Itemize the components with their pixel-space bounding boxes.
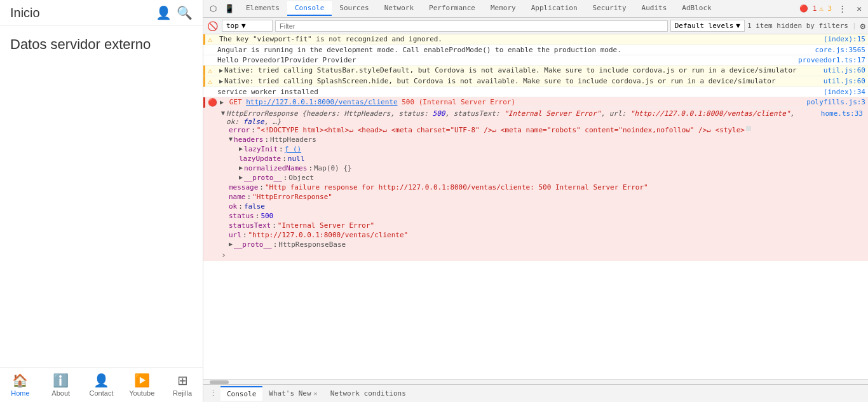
console-line: service worker installed (index):34: [203, 87, 868, 97]
console-output[interactable]: ⚠ The key "viewport-fit" is not recogniz…: [203, 34, 868, 379]
bottom-tab-network-conditions[interactable]: Network conditions: [324, 387, 412, 400]
obj-error-row: error: "<!DOCTYPE html><html>↵ <head>↵ <…: [219, 126, 865, 135]
contact-icon: 👤: [93, 373, 109, 388]
console-line: Hello Proveedor1Provider Provider provee…: [203, 55, 868, 66]
scroll-indicator-right: [746, 126, 751, 131]
devtools-panel: ⬡ 📱 Elements Console Sources Network Per…: [203, 0, 868, 402]
error-icon: 🔴: [208, 98, 217, 107]
obj-headers-row: ▼ headers: HttpHeaders: [219, 135, 865, 145]
about-icon: ℹ️: [53, 373, 69, 388]
console-line: ⚠ The key "viewport-fit" is not recogniz…: [203, 34, 868, 45]
more-options-button[interactable]: ⋮: [206, 387, 220, 400]
nav-about-label: About: [51, 389, 70, 397]
obj-lazyupdate-row: lazyUpdate: null: [219, 155, 865, 164]
console-filter-toolbar: 🚫 top ▼ Default levels ▼ 1 item hidden b…: [203, 18, 868, 34]
obj-status-row: status: 500: [219, 212, 865, 221]
close-devtools-icon[interactable]: ✕: [853, 3, 865, 15]
app-panel: Inicio 👤 🔍 Datos servidor externo 🏠 Home…: [0, 0, 203, 402]
tab-performance[interactable]: Performance: [421, 1, 483, 16]
close-whats-new-button[interactable]: ✕: [314, 390, 318, 397]
line-text: ▶Native: tried calling StatusBar.styleDe…: [219, 66, 802, 74]
line-source[interactable]: util.js:60: [802, 66, 865, 74]
bottom-tab-whats-new-label: What's New: [269, 389, 311, 398]
context-selector[interactable]: top ▼: [222, 20, 273, 32]
expand-toggle[interactable]: ▼: [221, 109, 225, 116]
obj-statustext-row: statusText: "Internal Server Error": [219, 221, 865, 231]
prompt-arrow[interactable]: ›: [221, 250, 226, 260]
tab-sources[interactable]: Sources: [332, 1, 376, 16]
warning-icon: ⚠: [208, 35, 217, 44]
obj-header-text: HttpErrorResponse {headers: HttpHeaders,…: [226, 109, 799, 126]
search-icon[interactable]: 🔍: [177, 5, 193, 20]
nav-rejilla-label: Rejilla: [173, 389, 192, 397]
inspect-icon[interactable]: ⬡: [206, 3, 220, 15]
log-level-selector[interactable]: Default levels ▼: [670, 20, 745, 32]
console-line-error: 🔴 ▶ GET http://127.0.0.1:8000/ventas/cli…: [203, 97, 868, 108]
tab-adblock[interactable]: AdBlock: [674, 1, 719, 16]
nav-youtube[interactable]: ▶️ Youtube: [121, 368, 162, 402]
context-label: top: [226, 22, 239, 30]
line-text: ▶Native: tried calling SplashScreen.hide…: [219, 77, 802, 85]
youtube-icon: ▶️: [134, 373, 150, 388]
context-dropdown-icon: ▼: [241, 22, 246, 30]
horizontal-scrollbar[interactable]: [203, 379, 868, 384]
nav-rejilla[interactable]: ⊞ Rejilla: [162, 368, 203, 402]
line-source[interactable]: (index):34: [802, 88, 865, 96]
warning-count-badge: ⚠ 3: [819, 4, 832, 13]
more-options-icon[interactable]: ⋮: [834, 3, 850, 15]
home-icon: 🏠: [12, 373, 28, 388]
obj-name-row: name: "HttpErrorResponse": [219, 193, 865, 202]
scroll-thumb[interactable]: [210, 380, 229, 384]
tab-elements[interactable]: Elements: [238, 1, 287, 16]
line-source[interactable]: home.ts:33: [799, 109, 863, 118]
nav-contact-label: Contact: [90, 389, 114, 397]
line-source[interactable]: proveedor1.ts:17: [793, 56, 865, 64]
console-line: ⚠ ▶Native: tried calling SplashScreen.hi…: [203, 76, 868, 87]
console-settings-icon[interactable]: ⚙: [860, 21, 865, 31]
app-subtitle: Datos servidor externo: [10, 36, 151, 52]
grid-icon: ⊞: [177, 373, 188, 388]
line-source[interactable]: polyfills.js:3: [801, 98, 865, 106]
error-url-link[interactable]: http://127.0.0.1:8000/ventas/cliente: [246, 98, 397, 106]
nav-home[interactable]: 🏠 Home: [0, 368, 41, 402]
line-source[interactable]: core.js:3565: [802, 46, 865, 54]
nav-contact[interactable]: 👤 Contact: [81, 368, 122, 402]
line-text: Hello Proveedor1Provider Provider: [217, 56, 793, 64]
line-source[interactable]: util.js:60: [802, 77, 865, 85]
bottom-tab-whats-new[interactable]: What's New ✕: [262, 387, 323, 400]
console-clear-button[interactable]: 🚫: [206, 20, 219, 32]
profile-icon[interactable]: 👤: [156, 5, 172, 20]
expand-arrow[interactable]: ▶: [220, 99, 224, 106]
console-line: Angular is running in the development mo…: [203, 45, 868, 55]
tab-network[interactable]: Network: [377, 1, 421, 16]
obj-header-row: ▼ HttpErrorResponse {headers: HttpHeader…: [219, 109, 865, 126]
warning-icon: ⚠: [208, 77, 217, 86]
device-icon[interactable]: 📱: [220, 3, 238, 15]
line-text: ▶ GET http://127.0.0.1:8000/ventas/clien…: [220, 98, 801, 106]
tab-security[interactable]: Security: [585, 1, 634, 16]
tab-memory[interactable]: Memory: [483, 1, 524, 16]
tab-console[interactable]: Console: [287, 1, 332, 16]
nav-home-label: Home: [11, 389, 29, 397]
obj-lazyinit-row: ▶ lazyInit: ƒ (): [219, 145, 865, 155]
console-bottom-tabs: ⋮ Console What's New ✕ Network condition…: [203, 384, 868, 402]
app-header: Inicio 👤 🔍: [0, 0, 203, 26]
app-content: Datos servidor externo: [0, 26, 203, 367]
obj-url-row: url: "http://127.0.0.1:8000/ventas/clien…: [219, 231, 865, 240]
obj-proto-headers-row: ▶ __proto__: Object: [219, 174, 865, 183]
error-count-badge: 🔴 1: [799, 4, 817, 13]
devtools-toolbar: ⬡ 📱 Elements Console Sources Network Per…: [203, 0, 868, 18]
obj-normalizednames-row: ▶ normalizedNames: Map(0) {}: [219, 164, 865, 174]
bottom-tab-console[interactable]: Console: [220, 386, 262, 401]
tab-audits[interactable]: Audits: [634, 1, 675, 16]
line-source[interactable]: (index):15: [802, 35, 865, 43]
nav-about[interactable]: ℹ️ About: [41, 368, 81, 402]
line-text: service worker installed: [217, 88, 802, 96]
hidden-items-text: 1 item hidden by filters: [747, 22, 848, 30]
obj-proto-obj-row: ▶ __proto__: HttpResponseBase: [219, 240, 865, 250]
app-nav: 🏠 Home ℹ️ About 👤 Contact ▶️ Youtube ⊞ R…: [0, 367, 203, 402]
http-error-response-section: ▼ HttpErrorResponse {headers: HttpHeader…: [203, 108, 868, 261]
tab-application[interactable]: Application: [524, 1, 585, 16]
console-filter-input[interactable]: [275, 20, 668, 32]
obj-message-row: message: "Http failure response for http…: [219, 183, 865, 193]
